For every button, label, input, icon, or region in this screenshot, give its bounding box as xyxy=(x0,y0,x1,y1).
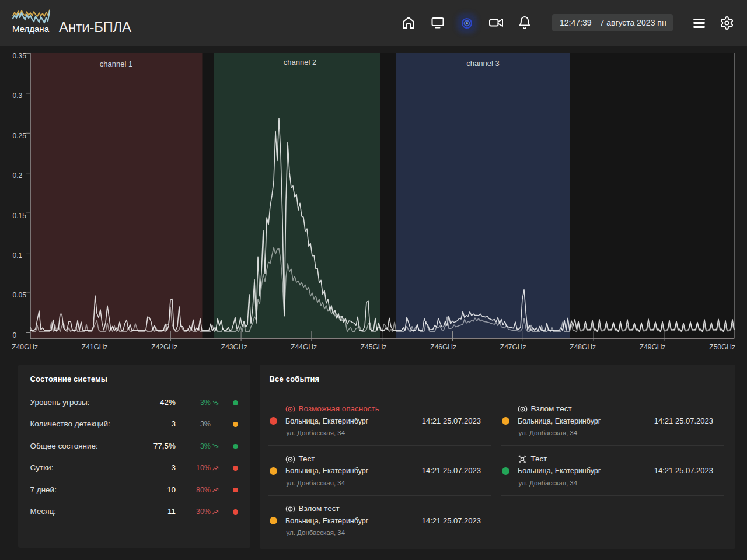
svg-text:0: 0 xyxy=(13,331,17,340)
svg-text:Z42GHz: Z42GHz xyxy=(151,343,177,351)
svg-text:0.15: 0.15 xyxy=(13,212,27,220)
svg-text:0.3: 0.3 xyxy=(13,92,23,100)
svg-text:channel 2: channel 2 xyxy=(284,58,316,66)
svg-text:Z44GHz: Z44GHz xyxy=(291,343,317,351)
svg-text:Z49GHz: Z49GHz xyxy=(640,343,666,351)
svg-text:0.35: 0.35 xyxy=(13,52,27,60)
svg-text:Z48GHz: Z48GHz xyxy=(570,343,596,351)
svg-text:channel 1: channel 1 xyxy=(100,60,132,68)
svg-text:Z46GHz: Z46GHz xyxy=(430,343,456,351)
svg-text:Z41GHz: Z41GHz xyxy=(82,343,108,351)
svg-text:Z43GHz: Z43GHz xyxy=(221,343,247,351)
svg-text:Z40GHz: Z40GHz xyxy=(12,343,38,351)
svg-text:Z47GHz: Z47GHz xyxy=(500,343,526,351)
svg-text:0.2: 0.2 xyxy=(13,172,23,180)
svg-text:0.05: 0.05 xyxy=(13,291,27,299)
svg-text:0.25: 0.25 xyxy=(13,132,27,140)
svg-text:channel 3: channel 3 xyxy=(466,59,499,68)
svg-text:Z45GHz: Z45GHz xyxy=(361,343,387,351)
svg-text:0.1: 0.1 xyxy=(13,251,23,260)
svg-text:Z50GHz: Z50GHz xyxy=(709,343,735,351)
